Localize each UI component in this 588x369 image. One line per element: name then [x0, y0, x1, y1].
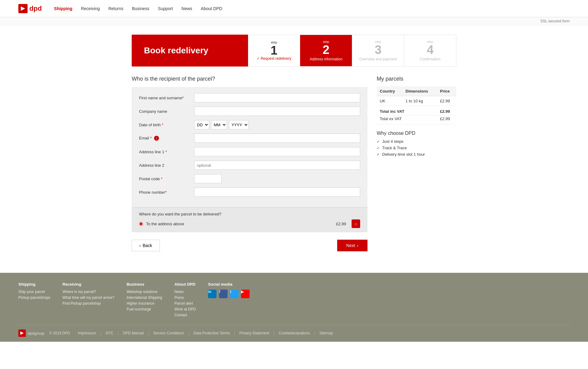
header: dpd Shipping Receiving Returns Business … — [0, 0, 588, 17]
main-content: Book redelivery step 1 ✓ Request redeliv… — [126, 25, 462, 261]
next-button[interactable]: Next › — [337, 240, 368, 251]
youtube-icon[interactable]: ▶ — [241, 290, 250, 298]
facebook-icon[interactable]: f — [219, 290, 228, 298]
address2-row: Address line 2 — [139, 161, 360, 170]
footer-impressum[interactable]: Impressum — [78, 331, 96, 335]
footer-manual[interactable]: DPD Manual — [118, 331, 144, 335]
nav-shipping[interactable]: Shipping — [54, 6, 72, 11]
parcels-header-row: Country Dimensions Price — [377, 86, 456, 96]
check-icon-2: ✓ — [377, 146, 380, 150]
footer-social-heading: Social media — [208, 282, 250, 287]
company-label: Company name — [139, 109, 191, 114]
first-name-input[interactable] — [194, 93, 360, 102]
company-row: Company name — [139, 107, 360, 116]
footer-bottom: dpdgroup © 2019 DPD Impressum GTC DPD Ma… — [18, 329, 570, 342]
footer-link-work[interactable]: Work at DPD — [175, 307, 196, 311]
ssl-text: SSL secured form — [540, 19, 570, 23]
nav-about[interactable]: About DPD — [201, 6, 222, 11]
back-button[interactable]: ‹ Back — [132, 240, 160, 251]
step1-number: 1 — [270, 44, 277, 56]
footer-logo-text: dpdgroup — [28, 331, 44, 336]
footer-link-news[interactable]: News — [175, 290, 196, 294]
total-ex-row: Total ex VAT £2.99 — [377, 115, 456, 124]
footer-link-webshop[interactable]: Webshop solutions — [126, 290, 162, 294]
footer-business-heading: Business — [126, 282, 162, 287]
email-info-icon[interactable]: i — [154, 136, 159, 141]
why-item-3: ✓ Delivery time slot 1 hour — [377, 152, 456, 157]
step1-done: ✓ Request redelivery — [257, 56, 291, 61]
footer-link-contact[interactable]: Contact — [175, 313, 196, 317]
logo[interactable]: dpd — [18, 4, 42, 13]
footer-sitemap[interactable]: Sitemap — [314, 331, 333, 335]
logo-text: dpd — [29, 5, 42, 13]
step4-name: Confirmation — [420, 57, 440, 61]
dpd-logo-icon — [18, 4, 28, 13]
footer-col-receiving: Receiving Where is my parcel? What time … — [62, 282, 114, 319]
address2-input[interactable] — [194, 161, 360, 170]
step4-number: 4 — [427, 44, 433, 56]
col-price: Price — [437, 86, 456, 96]
footer-link-ship[interactable]: Ship your parcel — [18, 290, 50, 294]
nav-returns[interactable]: Returns — [108, 6, 123, 11]
form-box: First name and surname* Company name Dat… — [132, 87, 368, 207]
total-inc-label: Total inc VAT — [377, 106, 437, 115]
footer-bottom-links: Impressum GTC DPD Manual Service Conditi… — [78, 331, 333, 335]
footer-data-protection[interactable]: Data Protection Terms — [188, 331, 230, 335]
why-item-1: ✓ Just 4 steps — [377, 139, 456, 144]
nav-receiving[interactable]: Receiving — [81, 6, 100, 11]
postal-input[interactable] — [194, 174, 222, 183]
nav-news[interactable]: News — [182, 6, 192, 11]
phone-input[interactable] — [194, 188, 360, 197]
parcels-table: Country Dimensions Price UK 1 to 10 kg £… — [377, 86, 456, 124]
email-label: Email * i — [139, 136, 191, 141]
linkedin-icon[interactable]: in — [208, 290, 217, 298]
dob-yyyy-select[interactable]: YYYY — [229, 120, 249, 129]
delivery-price: £2.99 — [336, 222, 346, 226]
delivery-radio[interactable] — [139, 222, 143, 226]
twitter-icon[interactable]: t — [230, 290, 239, 298]
check-icon-1: ✓ — [377, 139, 380, 144]
delivery-option-label: To the address above — [146, 222, 184, 226]
parcel-row: UK 1 to 10 kg £2.99 — [377, 96, 456, 106]
step3-name: Overview and payment — [359, 57, 397, 61]
next-chevron-icon: › — [357, 243, 358, 248]
step2-name: Address information — [310, 57, 342, 61]
parcels-title: My parcels — [377, 76, 456, 82]
banner-title: Book redelivery — [144, 46, 208, 55]
footer-link-pickup[interactable]: Pickup parcelshops — [18, 295, 50, 300]
footer-link-find[interactable]: Find Pickup parcelshop — [62, 301, 114, 306]
footer-logo-icon — [18, 329, 26, 337]
nav-business[interactable]: Business — [132, 6, 149, 11]
footer-link-when[interactable]: What time will my parcel arrive? — [62, 295, 114, 300]
footer-link-intl[interactable]: International Shipping — [126, 295, 162, 300]
footer-gtc[interactable]: GTC — [100, 331, 113, 335]
phone-label: Phone number* — [139, 190, 191, 195]
footer-cols: Shipping Ship your parcel Pickup parcels… — [18, 282, 570, 325]
step3-number: 3 — [375, 44, 381, 56]
company-input[interactable] — [194, 107, 360, 116]
email-input[interactable] — [194, 134, 360, 143]
footer-shipping-heading: Shipping — [18, 282, 50, 287]
form-section-title: Who is the recipient of the parcel? — [132, 76, 368, 82]
footer-link-insurance[interactable]: Higher insurance — [126, 301, 162, 306]
footer-col-social: Social media in f t ▶ — [208, 282, 250, 319]
footer-link-parcel-alert[interactable]: Parcel alert — [175, 301, 196, 306]
parcel-dimensions: 1 to 10 kg — [402, 96, 437, 106]
footer-service[interactable]: Service Conditions — [148, 331, 184, 335]
dob-dd-select[interactable]: DD — [194, 120, 209, 129]
footer-link-fuel[interactable]: Fuel surcharge — [126, 307, 162, 311]
footer-col-business: Business Webshop solutions International… — [126, 282, 162, 319]
footer-link-where[interactable]: Where is my parcel? — [62, 290, 114, 294]
dob-mm-select[interactable]: MM — [211, 120, 227, 129]
footer-link-press[interactable]: Press — [175, 295, 196, 300]
footer-receiving-heading: Receiving — [62, 282, 114, 287]
nav-support[interactable]: Support — [158, 6, 173, 11]
address1-input[interactable] — [194, 147, 360, 156]
footer-privacy[interactable]: Privacy Statement — [234, 331, 269, 335]
ssl-bar: SSL secured form — [0, 17, 588, 25]
step-3: step 3 Overview and payment — [352, 35, 404, 67]
footer-about-heading: About DPD — [175, 282, 196, 287]
col-dimensions: Dimensions — [402, 86, 437, 96]
footer-cookies[interactable]: Cookiedeclarations — [273, 331, 310, 335]
first-name-row: First name and surname* — [139, 93, 360, 102]
